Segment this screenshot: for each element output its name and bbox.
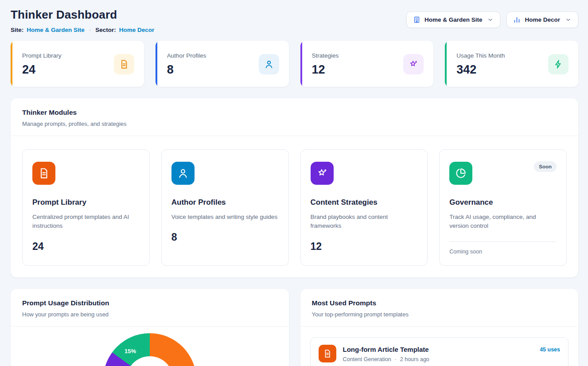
item-uses-badge: 45 uses bbox=[540, 347, 560, 353]
usage-donut-chart: 15% bbox=[103, 333, 196, 366]
stat-card-author-profiles: Author Profiles 8 bbox=[156, 41, 289, 87]
module-card-content-strategies[interactable]: Content Strategies Brand playbooks and c… bbox=[300, 149, 428, 266]
item-title: Long-form Article Template bbox=[343, 346, 429, 353]
separator-dot: · bbox=[395, 356, 397, 362]
site-label: Site: bbox=[11, 27, 23, 33]
page-title: Thinker Dashboard bbox=[11, 8, 154, 22]
dashboard-page: Thinker Dashboard Site: Home & Garden Si… bbox=[0, 0, 588, 366]
coming-soon-label: Coming soon bbox=[449, 241, 557, 255]
panel-header: Most Used Prompts Your top-performing pr… bbox=[300, 289, 579, 327]
pie-chart-icon bbox=[449, 162, 472, 185]
item-info: Long-form Article Template Content Gener… bbox=[343, 345, 429, 362]
sector-selector-label: Home Decor bbox=[525, 16, 560, 23]
stat-value: 342 bbox=[456, 63, 505, 77]
stat-value: 8 bbox=[167, 63, 206, 77]
module-count: 12 bbox=[311, 241, 418, 253]
module-title: Governance bbox=[449, 198, 557, 207]
chevron-down-icon bbox=[487, 16, 494, 23]
building-icon bbox=[413, 16, 421, 23]
module-card-prompt-library[interactable]: Prompt Library Centralized prompt templa… bbox=[22, 149, 150, 266]
bottom-row: Prompt Usage Distribution How your promp… bbox=[11, 289, 578, 366]
prompt-usage-panel: Prompt Usage Distribution How your promp… bbox=[11, 289, 289, 366]
stat-info: Usage This Month 342 bbox=[456, 52, 505, 77]
donut-segment-label: 15% bbox=[125, 348, 136, 354]
stat-info: Strategies 12 bbox=[312, 52, 339, 77]
item-time: 2 hours ago bbox=[400, 356, 429, 362]
item-meta: Content Generation · 2 hours ago bbox=[343, 356, 429, 362]
stat-label: Strategies bbox=[312, 52, 339, 59]
modules-grid: Prompt Library Centralized prompt templa… bbox=[11, 136, 578, 277]
site-link[interactable]: Home & Garden Site bbox=[27, 27, 85, 33]
module-description: Brand playbooks and content frameworks bbox=[311, 213, 418, 231]
sparkle-star-icon bbox=[403, 54, 424, 74]
usage-donut bbox=[103, 333, 196, 366]
panel-header: Prompt Usage Distribution How your promp… bbox=[11, 289, 289, 327]
stat-card-usage: Usage This Month 342 bbox=[445, 41, 578, 87]
sparkle-star-icon bbox=[311, 162, 334, 185]
panel-subtitle: Manage prompts, profiles, and strategies bbox=[22, 121, 567, 127]
module-description: Track AI usage, compliance, and version … bbox=[449, 213, 557, 231]
panel-title: Most Used Prompts bbox=[312, 299, 567, 307]
person-icon bbox=[259, 54, 279, 74]
site-selector-dropdown[interactable]: Home & Garden Site bbox=[406, 12, 501, 28]
soon-badge: Soon bbox=[534, 161, 557, 172]
stat-value: 24 bbox=[22, 63, 62, 77]
lightning-icon bbox=[548, 54, 569, 74]
stat-info: Prompt Library 24 bbox=[22, 52, 62, 77]
stats-row: Prompt Library 24 Author Profiles 8 Stra… bbox=[11, 41, 578, 87]
person-icon bbox=[171, 162, 195, 185]
list-item[interactable]: Long-form Article Template Content Gener… bbox=[310, 337, 569, 366]
stat-card-strategies: Strategies 12 bbox=[300, 41, 434, 87]
accent-bar bbox=[156, 41, 157, 87]
chevron-down-icon bbox=[565, 16, 572, 23]
most-used-prompts-panel: Most Used Prompts Your top-performing pr… bbox=[300, 289, 579, 366]
sector-label: Sector: bbox=[95, 27, 116, 33]
panel-title: Prompt Usage Distribution bbox=[22, 299, 277, 307]
header-left: Thinker Dashboard Site: Home & Garden Si… bbox=[11, 8, 154, 33]
site-selector-label: Home & Garden Site bbox=[424, 16, 483, 23]
item-category: Content Generation bbox=[343, 356, 391, 362]
header-selectors: Home & Garden Site Home Decor bbox=[406, 12, 578, 28]
sector-selector-dropdown[interactable]: Home Decor bbox=[506, 12, 578, 28]
module-description: Centralized prompt templates and AI inst… bbox=[32, 213, 140, 231]
module-title: Content Strategies bbox=[311, 198, 418, 207]
stat-label: Usage This Month bbox=[456, 52, 505, 59]
stat-label: Author Profiles bbox=[167, 52, 206, 59]
module-count: 24 bbox=[32, 241, 140, 253]
panel-subtitle: Your top-performing prompt templates bbox=[312, 311, 567, 318]
stat-info: Author Profiles 8 bbox=[167, 52, 206, 77]
module-card-author-profiles[interactable]: Author Profiles Voice templates and writ… bbox=[161, 149, 289, 266]
panel-subtitle: How your prompts are being used bbox=[22, 311, 277, 318]
document-icon bbox=[114, 54, 134, 74]
module-card-governance[interactable]: Soon Governance Track AI usage, complian… bbox=[439, 149, 567, 266]
stat-card-prompt-library: Prompt Library 24 bbox=[11, 41, 144, 87]
panel-header: Thinker Modules Manage prompts, profiles… bbox=[11, 98, 578, 136]
prompt-list: Long-form Article Template Content Gener… bbox=[300, 327, 579, 366]
accent-bar bbox=[300, 41, 302, 87]
document-icon bbox=[32, 162, 55, 185]
document-icon bbox=[319, 345, 336, 362]
stat-value: 12 bbox=[312, 63, 339, 77]
module-description: Voice templates and writing style guides bbox=[171, 213, 279, 222]
thinker-modules-panel: Thinker Modules Manage prompts, profiles… bbox=[11, 98, 578, 277]
stat-label: Prompt Library bbox=[22, 52, 62, 59]
sector-link[interactable]: Home Decor bbox=[119, 27, 155, 33]
accent-bar bbox=[445, 41, 447, 87]
accent-bar bbox=[11, 41, 12, 87]
top-bar: Thinker Dashboard Site: Home & Garden Si… bbox=[11, 8, 578, 33]
separator-dot: · bbox=[88, 27, 93, 33]
breadcrumb: Site: Home & Garden Site · Sector: Home … bbox=[11, 27, 154, 33]
chart-area: 15% bbox=[11, 327, 289, 366]
module-title: Prompt Library bbox=[32, 198, 140, 207]
module-title: Author Profiles bbox=[171, 198, 279, 207]
bar-chart-icon bbox=[513, 16, 521, 23]
panel-title: Thinker Modules bbox=[22, 109, 567, 117]
module-count: 8 bbox=[171, 231, 279, 243]
